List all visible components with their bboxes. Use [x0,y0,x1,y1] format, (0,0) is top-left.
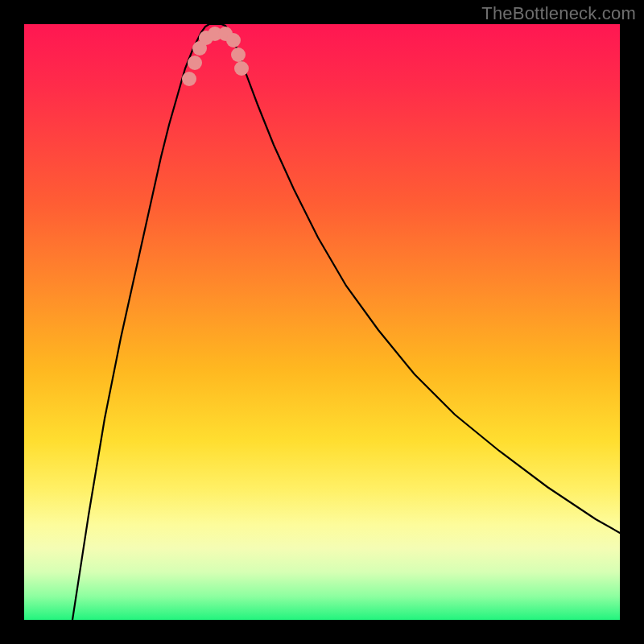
chart-frame: TheBottleneck.com [0,0,644,644]
watermark-text: TheBottleneck.com [481,3,636,24]
background-gradient [24,24,620,620]
plot-area [24,24,620,620]
